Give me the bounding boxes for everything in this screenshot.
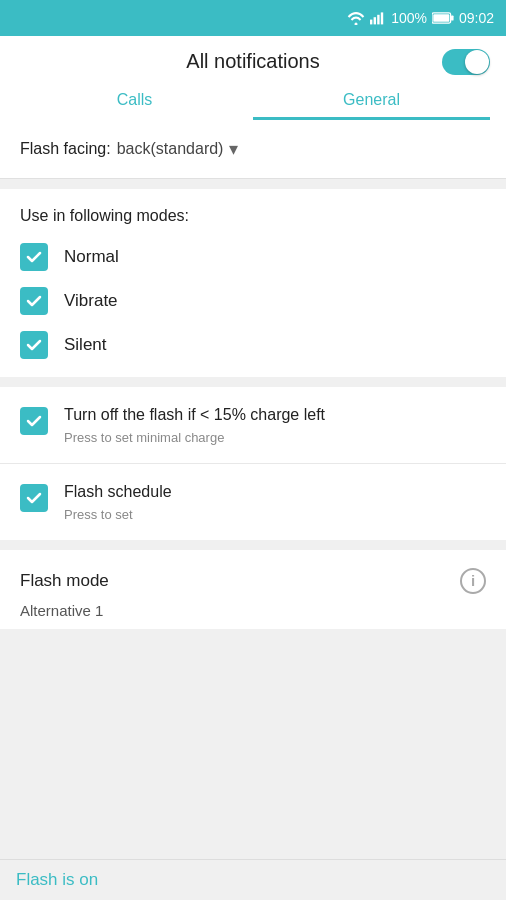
header: All notifications Calls General (0, 36, 506, 120)
mode-silent-row[interactable]: Silent (20, 331, 486, 359)
toggle-thumb (465, 50, 489, 74)
tabs: Calls General (16, 81, 490, 120)
svg-rect-7 (433, 14, 449, 22)
check-icon (25, 489, 43, 507)
signal-icon (370, 11, 386, 25)
flash-mode-value: Alternative 1 (20, 602, 486, 619)
svg-rect-1 (370, 20, 372, 25)
svg-rect-6 (451, 15, 454, 20)
tab-general[interactable]: General (253, 81, 490, 120)
header-title-row: All notifications (16, 50, 490, 73)
dropdown-arrow-icon: ▾ (229, 138, 238, 160)
items-section: Turn off the flash if < 15% charge left … (0, 387, 506, 540)
check-icon (25, 292, 43, 310)
svg-point-0 (355, 23, 358, 26)
turn-off-flash-title: Turn off the flash if < 15% charge left (64, 405, 486, 426)
check-icon (25, 248, 43, 266)
bottom-bar: Flash is on (0, 859, 506, 900)
check-icon (25, 412, 43, 430)
svg-rect-4 (381, 12, 383, 24)
flash-mode-header: Flash mode i (20, 568, 486, 594)
flash-facing-value: back(standard) (117, 140, 224, 158)
toggle-container[interactable] (442, 49, 490, 75)
modes-section: Use in following modes: Normal Vibrate (0, 189, 506, 377)
flash-status: Flash is on (16, 870, 98, 889)
flash-facing-label: Flash facing: (20, 140, 111, 158)
turn-off-flash-text: Turn off the flash if < 15% charge left … (64, 405, 486, 445)
mode-silent-checkbox[interactable] (20, 331, 48, 359)
content: Flash facing: back(standard) ▾ Use in fo… (0, 120, 506, 629)
svg-rect-3 (377, 15, 379, 25)
mode-normal-checkbox[interactable] (20, 243, 48, 271)
mode-normal-row[interactable]: Normal (20, 243, 486, 271)
wifi-icon (347, 11, 365, 25)
tab-calls[interactable]: Calls (16, 81, 253, 120)
flash-mode-title: Flash mode (20, 571, 109, 591)
flash-mode-section: Flash mode i Alternative 1 (0, 550, 506, 629)
mode-vibrate-checkbox[interactable] (20, 287, 48, 315)
status-bar: 100% 09:02 (0, 0, 506, 36)
turn-off-flash-checkbox[interactable] (20, 407, 48, 435)
mode-normal-label: Normal (64, 247, 119, 267)
modes-title: Use in following modes: (20, 207, 486, 225)
flash-facing-row[interactable]: Flash facing: back(standard) ▾ (0, 120, 506, 179)
turn-off-flash-subtitle: Press to set minimal charge (64, 430, 486, 445)
status-icons: 100% 09:02 (347, 10, 494, 26)
time: 09:02 (459, 10, 494, 26)
page-title: All notifications (186, 50, 319, 73)
mode-vibrate-label: Vibrate (64, 291, 118, 311)
flash-schedule-text: Flash schedule Press to set (64, 482, 486, 522)
mode-silent-label: Silent (64, 335, 107, 355)
mode-vibrate-row[interactable]: Vibrate (20, 287, 486, 315)
turn-off-flash-row[interactable]: Turn off the flash if < 15% charge left … (0, 387, 506, 464)
battery-icon (432, 12, 454, 24)
flash-schedule-subtitle: Press to set (64, 507, 486, 522)
flash-schedule-row[interactable]: Flash schedule Press to set (0, 464, 506, 540)
battery-percent: 100% (391, 10, 427, 26)
notifications-toggle[interactable] (442, 49, 490, 75)
flash-schedule-checkbox[interactable] (20, 484, 48, 512)
check-icon (25, 336, 43, 354)
info-icon[interactable]: i (460, 568, 486, 594)
svg-rect-2 (374, 17, 376, 24)
flash-schedule-title: Flash schedule (64, 482, 486, 503)
